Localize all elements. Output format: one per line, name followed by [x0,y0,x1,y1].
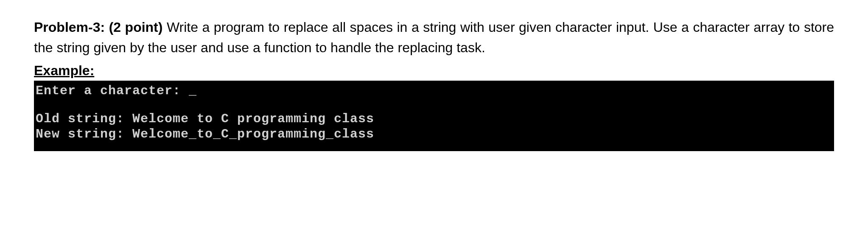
terminal-blank-line [36,98,832,111]
document-container: Problem-3: (2 point) Write a program to … [0,0,868,168]
terminal-line-1: Enter a character: _ [36,83,832,98]
terminal-line-3: Old string: Welcome to C programming cla… [36,111,832,127]
terminal-output: Enter a character: _Old string: Welcome … [34,81,834,151]
points-label: (2 point) [109,20,163,35]
example-label: Example: [34,62,834,80]
problem-statement: Problem-3: (2 point) Write a program to … [34,17,834,58]
terminal-line-4: New string: Welcome_to_C_programming_cla… [36,127,832,142]
problem-label: Problem-3: [34,20,105,35]
